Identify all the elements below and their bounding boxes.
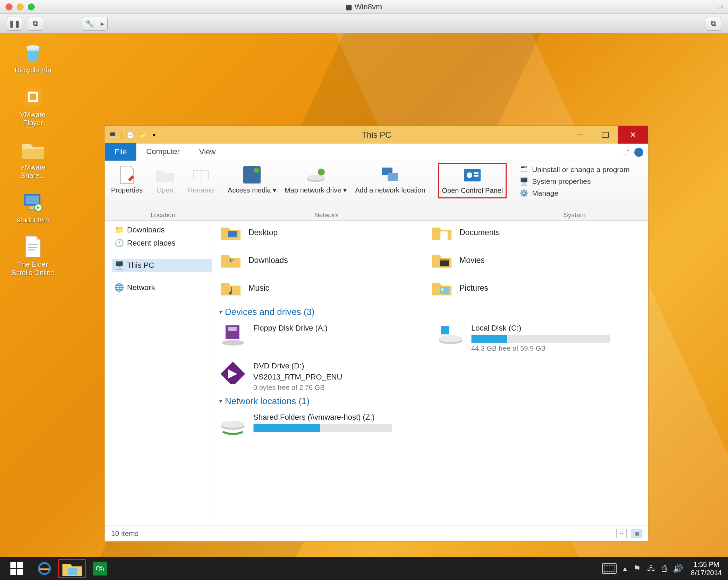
- manage-icon: ⚙️: [519, 189, 528, 198]
- taskbar-store-button[interactable]: 🛍: [86, 559, 114, 578]
- properties-icon: [117, 165, 137, 185]
- window-minimize-button[interactable]: [568, 126, 593, 144]
- svg-point-39: [221, 421, 245, 428]
- mac-minimize-icon[interactable]: [17, 3, 24, 10]
- status-text: 10 items: [111, 529, 138, 538]
- explorer-titlebar[interactable]: 🖥️ 📄 📁 ▾ This PC ✕: [105, 126, 648, 144]
- qat-dropdown-icon[interactable]: ▾: [150, 130, 159, 139]
- rename-icon: [191, 165, 211, 185]
- desktop-icon-eso[interactable]: The Elder Scrolls Online: [10, 234, 56, 277]
- folder-pictures[interactable]: Pictures: [430, 278, 641, 298]
- ribbon-group-label: Network: [228, 210, 425, 220]
- section-network-header[interactable]: Network locations (1): [219, 396, 641, 407]
- folder-music[interactable]: Music: [219, 278, 430, 298]
- folder-label: Documents: [459, 228, 500, 237]
- desktop-icon-studentvm[interactable]: studentvm: [10, 190, 56, 224]
- ribbon-uninstall-button[interactable]: 🗔Uninstall or change a program: [519, 165, 629, 174]
- taskbar-clock[interactable]: 1:55 PM 8/17/2014: [691, 560, 722, 577]
- folder-desktop[interactable]: Desktop: [219, 222, 430, 243]
- ribbon-tab-file[interactable]: File: [105, 143, 136, 161]
- svg-rect-29: [440, 287, 449, 294]
- drive-floppy[interactable]: Floppy Disk Drive (A:): [219, 324, 423, 352]
- window-close-button[interactable]: ✕: [618, 126, 648, 144]
- taskbar-explorer-button[interactable]: [58, 559, 86, 578]
- nav-label: Network: [127, 283, 155, 292]
- ribbon-access-media-button[interactable]: Access media ▾: [228, 163, 276, 194]
- svg-point-35: [439, 335, 463, 342]
- vm-dropdown-button[interactable]: ▸: [97, 17, 108, 31]
- guest-desktop[interactable]: Recycle Bin VMware Player VMware Share..…: [0, 33, 728, 580]
- folder-movies[interactable]: Movies: [430, 250, 641, 271]
- desktop-icon-recycle-bin[interactable]: Recycle Bin: [10, 40, 56, 74]
- ribbon-properties-button[interactable]: Properties: [111, 163, 143, 194]
- start-button[interactable]: [3, 559, 31, 578]
- svg-point-17: [307, 175, 325, 180]
- mac-close-icon[interactable]: [6, 3, 12, 10]
- content-pane[interactable]: Desktop Documents Downloads Movies Music…: [212, 221, 648, 525]
- ribbon-open-control-panel-button[interactable]: Open Control Panel: [438, 163, 507, 198]
- section-devices-header[interactable]: Devices and drives (3): [219, 307, 641, 317]
- nav-downloads[interactable]: 📁Downloads: [112, 223, 212, 237]
- navigation-pane[interactable]: 📁Downloads 🕘Recent places 🖥️This PC 🌐Net…: [105, 221, 212, 525]
- vm-settings-button[interactable]: 🔧: [82, 17, 97, 31]
- tray-flag-icon[interactable]: ⚑: [633, 564, 641, 573]
- nav-label: This PC: [127, 261, 154, 270]
- folder-documents[interactable]: Documents: [430, 222, 641, 243]
- nav-network[interactable]: 🌐Network: [112, 281, 212, 294]
- ribbon-button-label: Add a network location: [355, 186, 425, 194]
- vm-pause-button[interactable]: ❚❚: [7, 17, 22, 31]
- tray-chevron-icon[interactable]: ▴: [623, 564, 627, 573]
- folder-label: Desktop: [248, 228, 278, 237]
- ribbon-add-network-location-button[interactable]: Add a network location: [355, 163, 425, 194]
- svg-rect-23: [474, 172, 479, 174]
- details-view-button[interactable]: ☷: [616, 529, 627, 538]
- svg-point-15: [254, 168, 259, 173]
- icons-view-button[interactable]: ▦: [632, 529, 642, 538]
- taskbar[interactable]: 🛍 ▴ ⚑ 🖧 ⎙ 🔊 1:55 PM 8/17/2014: [0, 557, 728, 580]
- ribbon-group-label: System: [519, 210, 629, 220]
- drive-dvd[interactable]: DVD Drive (D:) VS2013_RTM_PRO_ENU 0 byte…: [219, 361, 423, 392]
- vm-screenshot-button[interactable]: ⧉: [28, 17, 43, 31]
- floppy-icon: [219, 324, 246, 347]
- tray-volume-icon[interactable]: 🔊: [673, 564, 683, 573]
- folder-icon: [430, 250, 453, 271]
- clock-time: 1:55 PM: [691, 560, 722, 569]
- network-drive-icon: [219, 413, 246, 436]
- ribbon-system-properties-button[interactable]: 🖥️System properties: [519, 177, 629, 186]
- help-icon[interactable]: ?: [634, 148, 643, 157]
- drive-local-c[interactable]: Local Disk (C:) 44.3 GB free of 59.9 GB: [437, 324, 641, 352]
- nav-recent-places[interactable]: 🕘Recent places: [112, 237, 212, 250]
- svg-rect-9: [28, 244, 37, 245]
- control-panel-icon: [463, 165, 482, 185]
- ribbon-tab-view[interactable]: View: [189, 143, 225, 161]
- ribbon-button-label: Rename: [188, 186, 214, 194]
- ribbon-list-label: System properties: [532, 177, 591, 186]
- ribbon-button-label: Map network drive ▾: [285, 186, 347, 194]
- newfolder-qat-icon[interactable]: 📁: [138, 130, 147, 139]
- ribbon-collapse-icon[interactable]: ⮍: [623, 148, 629, 156]
- svg-rect-40: [10, 562, 16, 568]
- svg-rect-11: [28, 249, 35, 250]
- drive-network-z[interactable]: Shared Folders (\\vmware-host) (Z:): [219, 413, 423, 436]
- vm-unity-button[interactable]: ⧉: [706, 17, 721, 31]
- ribbon-map-drive-button[interactable]: Map network drive ▾: [285, 163, 347, 194]
- folder-downloads[interactable]: Downloads: [219, 250, 430, 271]
- touch-keyboard-icon[interactable]: [602, 563, 617, 574]
- thispc-qat-icon[interactable]: 🖥️: [108, 130, 117, 139]
- properties-qat-icon[interactable]: 📄: [126, 130, 135, 139]
- desktop-icon-vmware-share[interactable]: VMware Share...: [10, 137, 56, 180]
- ribbon-tab-computer[interactable]: Computer: [136, 143, 189, 161]
- ribbon-manage-button[interactable]: ⚙️Manage: [519, 189, 629, 198]
- ribbon-list-label: Manage: [532, 189, 558, 197]
- tray-network-icon[interactable]: 🖧: [647, 564, 655, 573]
- tray-battery-icon[interactable]: ⎙: [662, 564, 667, 573]
- recent-icon: 🕘: [115, 239, 124, 248]
- ribbon-group-label: [438, 210, 507, 220]
- mac-fullscreen-icon[interactable]: ⤢: [719, 3, 724, 11]
- desktop-icon-vmware-player[interactable]: VMware Player: [10, 85, 56, 127]
- taskbar-ie-button[interactable]: [31, 559, 58, 578]
- mac-zoom-icon[interactable]: [28, 3, 35, 10]
- window-maximize-button[interactable]: [593, 126, 618, 144]
- thispc-icon: 🖥️: [115, 261, 124, 270]
- nav-this-pc[interactable]: 🖥️This PC: [112, 259, 212, 272]
